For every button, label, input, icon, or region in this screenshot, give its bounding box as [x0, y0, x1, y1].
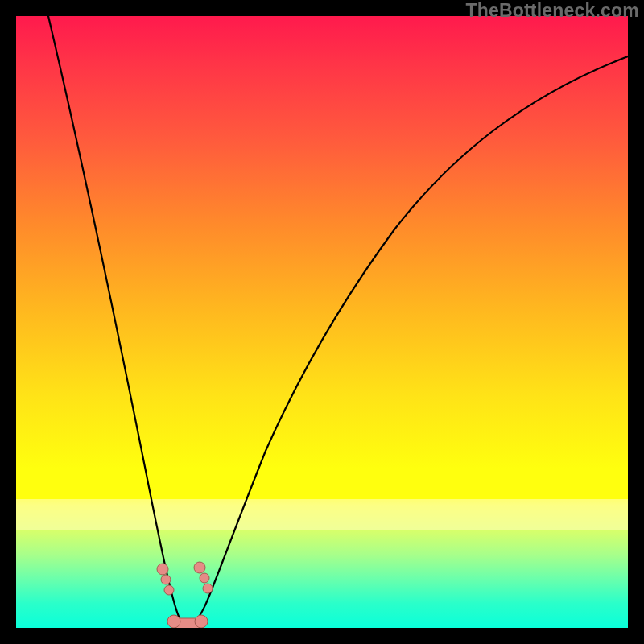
- optimal-markers: [157, 562, 213, 628]
- marker-dot: [167, 615, 180, 628]
- bottleneck-curve-svg: [16, 16, 628, 628]
- marker-dot: [203, 584, 213, 593]
- marker-dot: [200, 573, 209, 583]
- watermark-text: TheBottleneck.com: [465, 0, 639, 22]
- marker-dot: [157, 564, 168, 575]
- marker-dot: [194, 562, 205, 573]
- marker-dot: [161, 575, 171, 584]
- chart-plot-area: [16, 16, 628, 628]
- bottleneck-curve-path: [48, 16, 628, 625]
- marker-dot: [195, 615, 208, 628]
- marker-dot: [164, 585, 174, 595]
